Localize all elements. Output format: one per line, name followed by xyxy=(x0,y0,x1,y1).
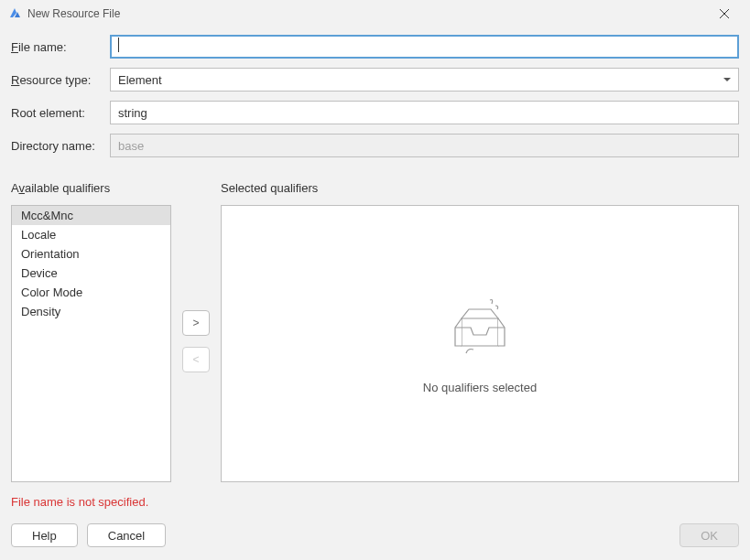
file-name-row: File name: xyxy=(11,35,739,59)
empty-box-icon xyxy=(439,293,521,364)
qualifier-item-colormode[interactable]: Color Mode xyxy=(12,283,170,302)
qualifier-item-density[interactable]: Density xyxy=(12,302,170,321)
close-icon xyxy=(720,9,729,18)
qualifier-item-orientation[interactable]: Orientation xyxy=(12,244,170,264)
qualifier-item-device[interactable]: Device xyxy=(12,264,170,283)
file-name-label: File name: xyxy=(11,40,110,54)
qualifiers-area: Available qualifiers Mcc&Mnc Locale Orie… xyxy=(0,167,750,482)
dropdown-arrow-icon xyxy=(723,78,731,81)
move-right-button[interactable]: > xyxy=(182,310,210,336)
selected-qualifiers-box: No qualifiers selected xyxy=(221,205,739,482)
resource-type-row: Resource type: Element xyxy=(11,68,739,92)
form-area: File name: Resource type: Element Root e… xyxy=(0,27,750,167)
error-message: File name is not specified. xyxy=(0,482,750,509)
titlebar: New Resource File xyxy=(0,0,750,27)
close-button[interactable] xyxy=(706,0,743,27)
ok-button: OK xyxy=(679,523,739,547)
qualifier-item-locale[interactable]: Locale xyxy=(12,225,170,244)
root-element-input[interactable] xyxy=(110,101,739,124)
root-element-label: Root element: xyxy=(11,106,110,120)
new-resource-dialog: New Resource File File name: Resource ty… xyxy=(0,0,750,560)
available-qualifiers-panel: Available qualifiers Mcc&Mnc Locale Orie… xyxy=(11,181,171,482)
directory-name-input xyxy=(110,134,739,157)
directory-name-row: Directory name: xyxy=(11,134,739,157)
empty-qualifiers-text: No qualifiers selected xyxy=(423,381,537,394)
root-element-row: Root element: xyxy=(11,101,739,124)
available-qualifiers-listbox[interactable]: Mcc&Mnc Locale Orientation Device Color … xyxy=(11,205,171,482)
text-cursor xyxy=(118,38,119,52)
help-button[interactable]: Help xyxy=(11,523,78,547)
qualifier-item-mccmnc[interactable]: Mcc&Mnc xyxy=(12,206,170,225)
qualifier-move-controls: > < xyxy=(182,181,210,482)
resource-type-select[interactable]: Element xyxy=(110,68,739,92)
directory-name-label: Directory name: xyxy=(11,139,110,153)
dialog-footer: Help Cancel OK xyxy=(0,509,750,560)
selected-qualifiers-panel: Selected qualifiers xyxy=(221,181,739,482)
selected-qualifiers-label: Selected qualifiers xyxy=(221,181,739,198)
dialog-title: New Resource File xyxy=(27,7,706,20)
move-left-button: < xyxy=(182,347,210,372)
resource-type-label: Resource type: xyxy=(11,73,110,87)
app-icon xyxy=(7,6,22,21)
resource-type-value: Element xyxy=(118,73,162,87)
available-qualifiers-label: Available qualifiers xyxy=(11,181,171,198)
cancel-button[interactable]: Cancel xyxy=(87,523,166,547)
file-name-input[interactable] xyxy=(110,35,739,59)
